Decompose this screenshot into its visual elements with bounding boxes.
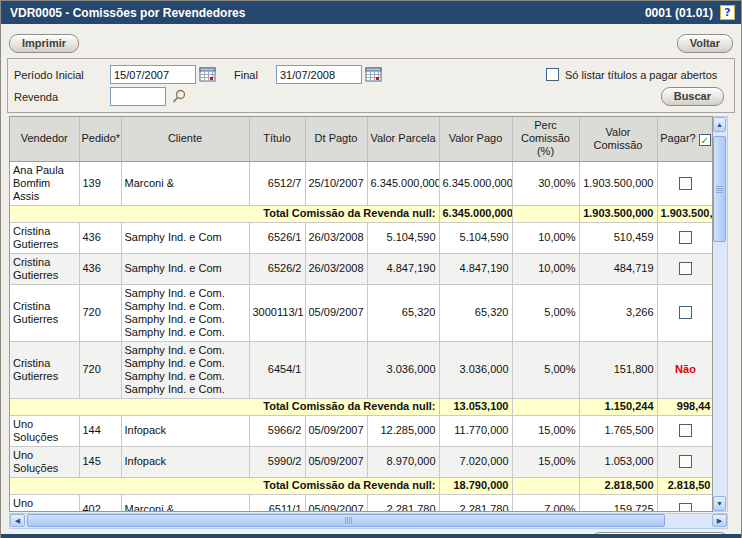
cell-dt-pagto [305,341,367,398]
table-row: Ana Paula Bomfim Assis139Marconi &6512/7… [10,161,713,205]
total-row: Total Comissão da Revenda null:18.790,00… [10,477,713,494]
filter-panel: Período Inicial Final [7,58,735,113]
cell-vendedor: Uno Soluções [10,494,79,512]
cell-valor-comissao: 159,725 [579,494,657,512]
total-row: Total Comissão da Revenda null:13.053,10… [10,398,713,415]
column-header[interactable]: Dt Pagto [305,117,367,161]
voltar-button[interactable]: Voltar [677,34,733,53]
cell-pedido: 720 [79,341,121,398]
cell-pedido: 145 [79,446,121,477]
cell-valor-parcela: 2.281,780 [367,494,439,512]
cell-valor-pago: 6.345.000,000 [439,161,512,205]
cell-vendedor: Cristina Gutierres [10,222,79,253]
total-valor-comissao: 1.903.500,000 [579,205,657,222]
help-icon[interactable]: ? [720,5,735,20]
open-titles-label: Só listar títulos a pagar abertos [565,69,717,81]
column-header[interactable]: Pedido* [79,117,121,161]
titlebar: VDR0005 - Comissões por Revendedores 000… [1,1,741,24]
total-perc [512,477,579,494]
column-header[interactable]: Valor Pago [439,117,512,161]
cell-pedido: 436 [79,253,121,284]
grid-header-row: VendedorPedido*ClienteTítuloDt PagtoValo… [10,117,713,161]
total-valor-pago: 6.345.000,000 [439,205,512,222]
total-label: Total Comissão da Revenda null: [10,205,439,222]
open-titles-checkbox[interactable] [546,68,559,81]
cell-perc-comissao: 15,00% [512,415,579,446]
total-valor-pago: 18.790,000 [439,477,512,494]
cell-cliente: Samphy Ind. e Com.Samphy Ind. e Com.Samp… [121,284,249,341]
horizontal-scrollbar-thumb[interactable] [27,514,665,527]
cell-dt-pagto: 26/03/2008 [305,253,367,284]
column-header[interactable]: Título [249,117,305,161]
cell-titulo: 6526/2 [249,253,305,284]
toolbar: Imprimir Voltar [1,24,741,56]
cell-valor-parcela: 12.285,000 [367,415,439,446]
scroll-up-arrow-icon[interactable]: ▲ [713,117,726,132]
cell-dt-pagto: 26/03/2008 [305,222,367,253]
pagar-checkbox[interactable] [679,177,692,190]
table-row: Cristina Gutierres720Samphy Ind. e Com.S… [10,341,713,398]
search-icon[interactable] [171,89,187,105]
bottom-border-bar [1,534,741,538]
pagar-checkbox[interactable] [679,503,692,512]
cell-pagar [657,446,713,477]
pagar-checkbox[interactable] [679,262,692,275]
calendar-icon[interactable] [199,67,216,83]
scroll-left-arrow-icon[interactable]: ◀ [10,514,25,527]
final-input[interactable] [276,65,362,84]
buscar-button[interactable]: Buscar [661,87,724,106]
column-header[interactable]: Vendedor [10,117,79,161]
total-valor-pago: 13.053,100 [439,398,512,415]
total-row: Total Comissão da Revenda null:6.345.000… [10,205,713,222]
cell-cliente: Infopack [121,415,249,446]
cell-cliente: Samphy Ind. e Com [121,253,249,284]
vertical-scrollbar-thumb[interactable] [713,136,726,242]
total-extra: 2.818,50 [657,477,713,494]
imprimir-button[interactable]: Imprimir [9,34,79,53]
cell-titulo: 6454/1 [249,341,305,398]
cell-valor-parcela: 4.847,190 [367,253,439,284]
grid-zone: VendedorPedido*ClienteTítuloDt PagtoValo… [1,116,741,529]
cell-titulo: 6511/1 [249,494,305,512]
cell-dt-pagto: 05/09/2007 [305,446,367,477]
column-header[interactable]: Pagar?✓ [657,117,713,161]
cell-perc-comissao: 15,00% [512,446,579,477]
revenda-input[interactable] [110,87,166,106]
column-header[interactable]: Valor Comissão [579,117,657,161]
pagar-nao-label: Não [675,363,696,375]
cell-perc-comissao: 7,00% [512,494,579,512]
cell-valor-pago: 2.281,780 [439,494,512,512]
cell-titulo: 3000113/1 [249,284,305,341]
cell-pagar [657,494,713,512]
table-row: Cristina Gutierres436Samphy Ind. e Com65… [10,222,713,253]
cell-vendedor: Cristina Gutierres [10,341,79,398]
version-label: 0001 (01.01) [645,6,713,20]
column-header[interactable]: Valor Parcela [367,117,439,161]
cell-valor-pago: 11.770,000 [439,415,512,446]
cell-pedido: 144 [79,415,121,446]
cell-vendedor: Cristina Gutierres [10,253,79,284]
pagar-checkbox[interactable] [679,306,692,319]
horizontal-scrollbar[interactable]: ◀ ▶ [9,513,728,529]
cell-pedido: 436 [79,222,121,253]
periodo-inicial-input[interactable] [110,65,196,84]
column-header[interactable]: Cliente [121,117,249,161]
cell-valor-parcela: 3.036,000 [367,341,439,398]
cell-valor-pago: 65,320 [439,284,512,341]
cell-valor-comissao: 151,800 [579,341,657,398]
cell-pedido: 720 [79,284,121,341]
pagar-checkbox[interactable] [679,455,692,468]
scroll-down-arrow-icon[interactable]: ▼ [713,496,726,511]
pagar-checkbox[interactable] [679,424,692,437]
cell-dt-pagto: 05/09/2007 [305,415,367,446]
pagar-all-checkbox[interactable]: ✓ [699,134,711,146]
cell-valor-parcela: 6.345.000,000 [367,161,439,205]
vertical-scrollbar[interactable]: ▲ ▼ [713,116,728,512]
column-header[interactable]: Perc Comissão (%) [512,117,579,161]
calendar-icon[interactable] [365,67,382,83]
total-label: Total Comissão da Revenda null: [10,398,439,415]
cell-cliente: Marconi & [121,161,249,205]
scroll-right-arrow-icon[interactable]: ▶ [712,514,727,527]
pagar-checkbox[interactable] [679,231,692,244]
page-title: VDR0005 - Comissões por Revendedores [10,6,245,20]
